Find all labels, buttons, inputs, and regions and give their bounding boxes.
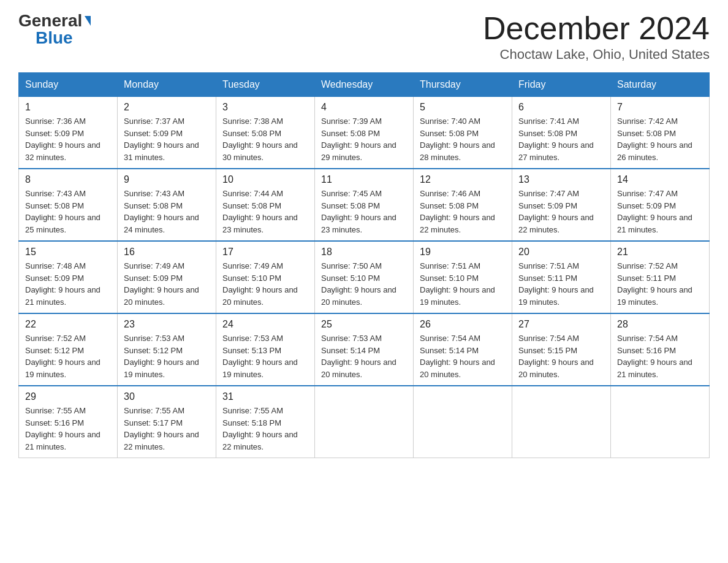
day-info: Sunrise: 7:43 AM Sunset: 5:08 PM Dayligh… <box>124 188 210 236</box>
calendar-cell: 12 Sunrise: 7:46 AM Sunset: 5:08 PM Dayl… <box>414 169 512 241</box>
day-info: Sunrise: 7:54 AM Sunset: 5:14 PM Dayligh… <box>420 332 506 380</box>
day-info: Sunrise: 7:47 AM Sunset: 5:09 PM Dayligh… <box>617 188 703 236</box>
logo-general: General <box>18 12 82 29</box>
calendar-cell: 23 Sunrise: 7:53 AM Sunset: 5:12 PM Dayl… <box>118 313 216 386</box>
day-number: 23 <box>124 319 210 330</box>
day-number: 5 <box>420 102 506 113</box>
day-info: Sunrise: 7:51 AM Sunset: 5:10 PM Dayligh… <box>420 260 506 308</box>
day-info: Sunrise: 7:54 AM Sunset: 5:16 PM Dayligh… <box>617 332 703 380</box>
day-info: Sunrise: 7:42 AM Sunset: 5:08 PM Dayligh… <box>617 115 703 163</box>
day-number: 15 <box>25 247 111 258</box>
day-number: 25 <box>321 319 407 330</box>
calendar-cell <box>611 386 710 458</box>
day-info: Sunrise: 7:54 AM Sunset: 5:15 PM Dayligh… <box>518 332 604 380</box>
day-number: 4 <box>321 102 407 113</box>
day-info: Sunrise: 7:48 AM Sunset: 5:09 PM Dayligh… <box>25 260 111 308</box>
day-number: 27 <box>518 319 604 330</box>
calendar-week-row: 8 Sunrise: 7:43 AM Sunset: 5:08 PM Dayli… <box>19 169 710 241</box>
day-info: Sunrise: 7:49 AM Sunset: 5:09 PM Dayligh… <box>124 260 210 308</box>
day-number: 28 <box>617 319 703 330</box>
calendar-cell: 22 Sunrise: 7:52 AM Sunset: 5:12 PM Dayl… <box>19 313 118 386</box>
day-number: 30 <box>124 391 210 402</box>
calendar-cell: 3 Sunrise: 7:38 AM Sunset: 5:08 PM Dayli… <box>216 97 315 169</box>
day-info: Sunrise: 7:52 AM Sunset: 5:11 PM Dayligh… <box>617 260 703 308</box>
weekday-header-row: SundayMondayTuesdayWednesdayThursdayFrid… <box>19 73 710 97</box>
day-number: 17 <box>222 247 308 258</box>
day-number: 22 <box>25 319 111 330</box>
calendar-cell: 8 Sunrise: 7:43 AM Sunset: 5:08 PM Dayli… <box>19 169 118 241</box>
weekday-header-saturday: Saturday <box>611 73 710 97</box>
day-number: 29 <box>25 391 111 402</box>
weekday-header-tuesday: Tuesday <box>216 73 315 97</box>
calendar-cell: 5 Sunrise: 7:40 AM Sunset: 5:08 PM Dayli… <box>414 97 512 169</box>
weekday-header-friday: Friday <box>512 73 611 97</box>
calendar-cell: 25 Sunrise: 7:53 AM Sunset: 5:14 PM Dayl… <box>315 313 414 386</box>
day-info: Sunrise: 7:36 AM Sunset: 5:09 PM Dayligh… <box>25 115 111 163</box>
day-info: Sunrise: 7:55 AM Sunset: 5:17 PM Dayligh… <box>124 405 210 453</box>
calendar-cell: 13 Sunrise: 7:47 AM Sunset: 5:09 PM Dayl… <box>512 169 611 241</box>
day-info: Sunrise: 7:53 AM Sunset: 5:13 PM Dayligh… <box>222 332 308 380</box>
day-number: 3 <box>222 102 308 113</box>
day-info: Sunrise: 7:39 AM Sunset: 5:08 PM Dayligh… <box>321 115 407 163</box>
calendar-cell: 27 Sunrise: 7:54 AM Sunset: 5:15 PM Dayl… <box>512 313 611 386</box>
day-number: 26 <box>420 319 506 330</box>
day-number: 7 <box>617 102 703 113</box>
calendar-cell: 18 Sunrise: 7:50 AM Sunset: 5:10 PM Dayl… <box>315 241 414 313</box>
calendar-cell: 7 Sunrise: 7:42 AM Sunset: 5:08 PM Dayli… <box>611 97 710 169</box>
day-info: Sunrise: 7:55 AM Sunset: 5:18 PM Dayligh… <box>222 405 308 453</box>
day-number: 12 <box>420 174 506 185</box>
day-number: 14 <box>617 174 703 185</box>
calendar-cell: 10 Sunrise: 7:44 AM Sunset: 5:08 PM Dayl… <box>216 169 315 241</box>
day-info: Sunrise: 7:44 AM Sunset: 5:08 PM Dayligh… <box>222 188 308 236</box>
calendar-cell: 29 Sunrise: 7:55 AM Sunset: 5:16 PM Dayl… <box>19 386 118 458</box>
calendar-cell: 24 Sunrise: 7:53 AM Sunset: 5:13 PM Dayl… <box>216 313 315 386</box>
weekday-header-wednesday: Wednesday <box>315 73 414 97</box>
day-number: 18 <box>321 247 407 258</box>
calendar-cell: 31 Sunrise: 7:55 AM Sunset: 5:18 PM Dayl… <box>216 386 315 458</box>
day-number: 9 <box>124 174 210 185</box>
calendar-table: SundayMondayTuesdayWednesdayThursdayFrid… <box>18 72 710 458</box>
day-number: 6 <box>518 102 604 113</box>
day-info: Sunrise: 7:53 AM Sunset: 5:14 PM Dayligh… <box>321 332 407 380</box>
location-subtitle: Choctaw Lake, Ohio, United States <box>483 47 710 63</box>
day-number: 11 <box>321 174 407 185</box>
calendar-cell: 16 Sunrise: 7:49 AM Sunset: 5:09 PM Dayl… <box>118 241 216 313</box>
day-info: Sunrise: 7:38 AM Sunset: 5:08 PM Dayligh… <box>222 115 308 163</box>
calendar-cell <box>315 386 414 458</box>
day-info: Sunrise: 7:53 AM Sunset: 5:12 PM Dayligh… <box>124 332 210 380</box>
weekday-header-sunday: Sunday <box>19 73 118 97</box>
day-info: Sunrise: 7:50 AM Sunset: 5:10 PM Dayligh… <box>321 260 407 308</box>
calendar-cell: 11 Sunrise: 7:45 AM Sunset: 5:08 PM Dayl… <box>315 169 414 241</box>
calendar-cell: 9 Sunrise: 7:43 AM Sunset: 5:08 PM Dayli… <box>118 169 216 241</box>
day-info: Sunrise: 7:41 AM Sunset: 5:08 PM Dayligh… <box>518 115 604 163</box>
title-block: December 2024 Choctaw Lake, Ohio, United… <box>483 12 710 63</box>
day-info: Sunrise: 7:55 AM Sunset: 5:16 PM Dayligh… <box>25 405 111 453</box>
calendar-cell: 14 Sunrise: 7:47 AM Sunset: 5:09 PM Dayl… <box>611 169 710 241</box>
calendar-cell <box>512 386 611 458</box>
day-info: Sunrise: 7:52 AM Sunset: 5:12 PM Dayligh… <box>25 332 111 380</box>
day-number: 20 <box>518 247 604 258</box>
day-number: 2 <box>124 102 210 113</box>
calendar-cell: 21 Sunrise: 7:52 AM Sunset: 5:11 PM Dayl… <box>611 241 710 313</box>
calendar-cell: 19 Sunrise: 7:51 AM Sunset: 5:10 PM Dayl… <box>414 241 512 313</box>
logo: General Blue <box>18 12 91 47</box>
calendar-cell: 28 Sunrise: 7:54 AM Sunset: 5:16 PM Dayl… <box>611 313 710 386</box>
day-number: 21 <box>617 247 703 258</box>
calendar-cell <box>414 386 512 458</box>
day-info: Sunrise: 7:43 AM Sunset: 5:08 PM Dayligh… <box>25 188 111 236</box>
day-info: Sunrise: 7:46 AM Sunset: 5:08 PM Dayligh… <box>420 188 506 236</box>
day-number: 31 <box>222 391 308 402</box>
weekday-header-monday: Monday <box>118 73 216 97</box>
calendar-cell: 15 Sunrise: 7:48 AM Sunset: 5:09 PM Dayl… <box>19 241 118 313</box>
calendar-cell: 2 Sunrise: 7:37 AM Sunset: 5:09 PM Dayli… <box>118 97 216 169</box>
weekday-header-thursday: Thursday <box>414 73 512 97</box>
page-header: General Blue December 2024 Choctaw Lake,… <box>18 12 710 63</box>
calendar-cell: 17 Sunrise: 7:49 AM Sunset: 5:10 PM Dayl… <box>216 241 315 313</box>
calendar-week-row: 29 Sunrise: 7:55 AM Sunset: 5:16 PM Dayl… <box>19 386 710 458</box>
day-info: Sunrise: 7:49 AM Sunset: 5:10 PM Dayligh… <box>222 260 308 308</box>
calendar-cell: 1 Sunrise: 7:36 AM Sunset: 5:09 PM Dayli… <box>19 97 118 169</box>
calendar-cell: 26 Sunrise: 7:54 AM Sunset: 5:14 PM Dayl… <box>414 313 512 386</box>
logo-triangle-icon <box>85 16 91 26</box>
calendar-cell: 6 Sunrise: 7:41 AM Sunset: 5:08 PM Dayli… <box>512 97 611 169</box>
calendar-cell: 30 Sunrise: 7:55 AM Sunset: 5:17 PM Dayl… <box>118 386 216 458</box>
